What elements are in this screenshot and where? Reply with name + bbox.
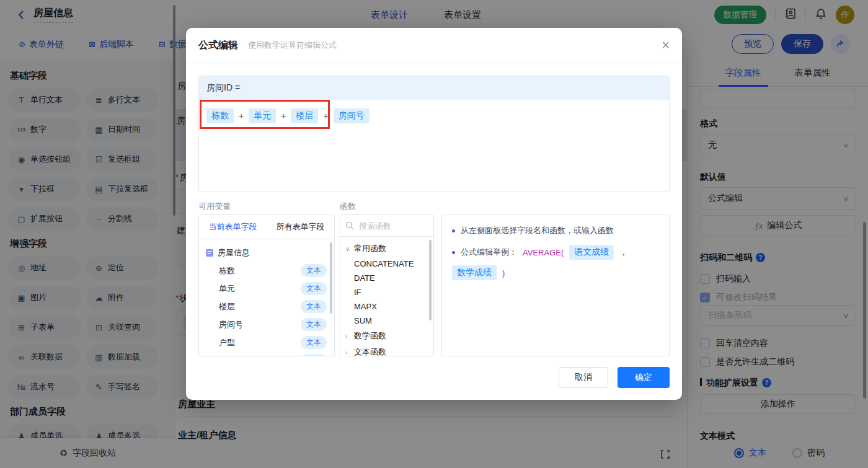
variable-group-label: 房屋信息 <box>218 247 250 258</box>
variables-list: 房屋信息 栋数文本单元文本楼层文本房间号文本户型文本朝向文本 <box>199 239 334 356</box>
function-group-label: 数学函数 <box>354 330 386 342</box>
formula-help-panel: 从左侧面板选择字段名和函数，或输入函数 公式编辑举例：AVERAGE( 语文成绩… <box>441 214 670 356</box>
form-doc-icon <box>205 249 214 257</box>
tab-current-form-fields[interactable]: 当前表单字段 <box>199 215 267 239</box>
formula-expression[interactable]: 栋数+单元+楼层+房间号 <box>199 100 669 132</box>
field-token[interactable]: 房间号 <box>334 108 370 123</box>
example-field-chip: 数学成绩 <box>452 265 497 280</box>
function-search <box>340 215 433 237</box>
chevron-down-icon: ∨ <box>345 245 351 252</box>
function-item[interactable]: MAPX <box>340 299 433 314</box>
variables-scrollbar[interactable] <box>330 242 332 314</box>
variable-row[interactable]: 楼层文本 <box>199 298 334 316</box>
field-token[interactable]: 单元 <box>249 108 276 123</box>
formula-editor[interactable]: 房间ID = 栋数+单元+楼层+房间号 <box>198 76 670 192</box>
modal-header: 公式编辑 使用数学运算符编辑公式 × <box>186 28 682 63</box>
modal-title: 公式编辑 <box>198 39 238 52</box>
function-group-label: 文本函数 <box>354 347 386 356</box>
modal-subtitle: 使用数学运算符编辑公式 <box>248 40 337 51</box>
variable-group-row[interactable]: 房屋信息 <box>199 244 334 262</box>
function-item[interactable]: SUM <box>340 314 433 328</box>
variable-name: 楼层 <box>219 301 235 312</box>
variable-type-badge: 文本 <box>301 354 327 356</box>
function-item[interactable]: IF <box>340 285 433 299</box>
cancel-button[interactable]: 取消 <box>559 367 608 388</box>
variable-name: 房间号 <box>219 319 243 330</box>
variable-row[interactable]: 单元文本 <box>199 280 334 298</box>
variable-row[interactable]: 房间号文本 <box>199 316 334 333</box>
variable-type-badge: 文本 <box>301 282 327 295</box>
variable-name: 栋数 <box>219 265 235 276</box>
plus-operator: + <box>323 111 328 121</box>
plus-operator: + <box>239 111 244 121</box>
variable-row[interactable]: 户型文本 <box>199 333 334 351</box>
variable-type-badge: 文本 <box>301 318 327 331</box>
function-group-collapsed[interactable]: ›文本函数 <box>340 344 433 356</box>
plus-operator: + <box>281 111 286 121</box>
variable-type-badge: 文本 <box>301 336 327 349</box>
functions-scrollbar[interactable] <box>429 240 432 320</box>
variable-row[interactable]: 栋数文本 <box>199 262 334 280</box>
variable-name: 单元 <box>219 283 235 294</box>
variable-type-badge: 文本 <box>301 264 327 277</box>
field-token[interactable]: 栋数 <box>206 108 234 123</box>
variables-panel: 当前表单字段 所有表单字段 房屋信息 栋数文本单元文本楼层文本房间号文本户型文本… <box>198 214 335 356</box>
example-function-name: AVERAGE( <box>523 248 564 257</box>
formula-target: 房间ID = <box>199 76 669 100</box>
function-search-input[interactable] <box>358 221 422 231</box>
chevron-right-icon: › <box>345 349 351 356</box>
tab-all-form-fields[interactable]: 所有表单字段 <box>267 215 334 239</box>
variables-tabs: 当前表单字段 所有表单字段 <box>199 215 334 239</box>
functions-panel: ∨常用函数CONCATENATEDATEIFMAPXSUM›数学函数›文本函数 <box>340 214 434 356</box>
variable-row[interactable]: 朝向文本 <box>199 351 334 356</box>
variable-name: 户型 <box>219 337 235 348</box>
formula-editor-modal: 公式编辑 使用数学运算符编辑公式 × 房间ID = 栋数+单元+楼层+房间号 可… <box>186 28 682 400</box>
function-group-expanded[interactable]: ∨常用函数 <box>340 241 433 257</box>
help-line-2: 公式编辑举例：AVERAGE( 语文成绩， 数学成绩) <box>452 245 659 280</box>
confirm-button[interactable]: 确定 <box>618 367 670 388</box>
search-icon <box>345 221 354 230</box>
function-group-label: 常用函数 <box>354 243 386 254</box>
bullet-icon <box>452 251 455 254</box>
field-token[interactable]: 楼层 <box>291 108 318 123</box>
help-line-1: 从左侧面板选择字段名和函数，或输入函数 <box>452 225 659 236</box>
bullet-icon <box>452 229 455 232</box>
functions-tree: ∨常用函数CONCATENATEDATEIFMAPXSUM›数学函数›文本函数 <box>340 237 433 356</box>
variable-type-badge: 文本 <box>301 300 327 313</box>
variable-name: 朝向 <box>219 355 235 357</box>
function-item[interactable]: DATE <box>340 271 433 285</box>
chevron-right-icon: › <box>345 333 351 340</box>
function-item[interactable]: CONCATENATE <box>340 257 433 271</box>
variables-label: 可用变量 <box>198 201 231 212</box>
function-group-collapsed[interactable]: ›数学函数 <box>340 328 433 344</box>
example-field-chip: 语文成绩 <box>569 245 614 260</box>
functions-label: 函数 <box>340 201 356 212</box>
close-icon[interactable]: × <box>662 38 670 52</box>
